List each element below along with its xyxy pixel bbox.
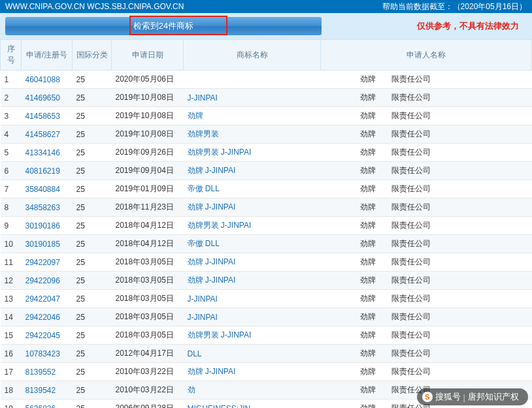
cell-index: 19 — [1, 400, 22, 409]
table-row[interactable]: 1529422045252018年03月05日劲牌男装 J-JINPAI劲牌限责… — [1, 326, 532, 345]
tmname-link: 劲 — [188, 385, 195, 394]
table-row[interactable]: 341458653252019年10月08日劲牌劲牌限责任公司 — [1, 107, 532, 125]
cell-tmname[interactable]: MIGHEINESS;JIN — [184, 400, 321, 409]
cell-appno[interactable]: 8139552 — [22, 363, 73, 381]
cell-appno[interactable]: 41458627 — [22, 125, 73, 144]
cell-tmname[interactable]: 帝傲 DLL — [184, 180, 321, 198]
table-row[interactable]: 1129422097252018年03月05日劲牌 J-JINPAI劲牌限责任公… — [1, 253, 532, 272]
tmname-link: 帝傲 DLL — [188, 184, 220, 193]
table-row[interactable]: 441458627252019年10月08日劲牌男装劲牌限责任公司 — [1, 125, 532, 144]
cell-class: 25 — [73, 308, 112, 326]
cell-class: 25 — [73, 89, 112, 107]
cell-index: 11 — [1, 253, 22, 272]
tmname-link: J-JINPAI — [188, 93, 218, 102]
cell-date: 2018年03月05日 — [112, 272, 184, 290]
cell-class: 25 — [73, 381, 112, 400]
cell-tmname[interactable]: 劲牌男装 — [184, 125, 321, 144]
table-row[interactable]: 541334146252019年09月26日劲牌男装 J-JINPAI劲牌限责任… — [1, 144, 532, 162]
col-header-tmname: 商标名称 — [184, 40, 321, 71]
cell-tmname[interactable]: 劲牌 J-JINPAI — [184, 272, 321, 290]
cell-appno[interactable]: 30190186 — [22, 217, 73, 235]
cell-tmname[interactable]: 劲牌男装 J-JINPAI — [184, 144, 321, 162]
cell-class: 25 — [73, 217, 112, 235]
cell-tmname[interactable]: 劲牌 J-JINPAI — [184, 198, 321, 217]
table-row[interactable]: 1030190185252018年04月12日帝傲 DLL劲牌限责任公司 — [1, 235, 532, 253]
table-row[interactable]: 834858263252018年11月23日劲牌 J-JINPAI劲牌限责任公司 — [1, 198, 532, 217]
cell-class: 25 — [73, 71, 112, 89]
help-link[interactable]: 帮助 — [382, 0, 398, 13]
cell-tmname[interactable]: DLL — [184, 345, 321, 363]
table-row[interactable]: 1429422046252018年03月05日J-JINPAI劲牌限责任公司 — [1, 308, 532, 326]
appno-link: 8139542 — [25, 386, 56, 395]
cell-date: 2012年04月17日 — [112, 345, 184, 363]
cell-tmname[interactable]: J-JINPAI — [184, 89, 321, 107]
tmname-link: 劲牌 J-JINPAI — [188, 367, 236, 376]
cell-applicant: 劲牌限责任公司 — [321, 253, 532, 272]
cell-date: 2019年01月09日 — [112, 180, 184, 198]
cell-index: 5 — [1, 144, 22, 162]
cell-tmname[interactable]: 劲牌 J-JINPAI — [184, 363, 321, 381]
cell-index: 10 — [1, 235, 22, 253]
cell-tmname[interactable]: 劲牌 J-JINPAI — [184, 162, 321, 180]
cell-appno[interactable]: 41458653 — [22, 107, 73, 125]
cell-appno[interactable]: 5636836 — [22, 400, 73, 409]
cell-appno[interactable]: 10783423 — [22, 345, 73, 363]
cell-applicant: 劲牌限责任公司 — [321, 107, 532, 125]
cell-appno[interactable]: 40816219 — [22, 162, 73, 180]
cell-appno[interactable]: 8139542 — [22, 381, 73, 400]
cell-appno[interactable]: 30190185 — [22, 235, 73, 253]
cell-index: 12 — [1, 272, 22, 290]
table-row[interactable]: 241469650252019年10月08日J-JINPAI劲牌限责任公司 — [1, 89, 532, 107]
table-row[interactable]: 640816219252019年09月04日劲牌 J-JINPAI劲牌限责任公司 — [1, 162, 532, 180]
cell-appno[interactable]: 29422046 — [22, 308, 73, 326]
cell-tmname[interactable]: J-JINPAI — [184, 290, 321, 308]
cell-date: 2006年09月28日 — [112, 400, 184, 409]
tmname-link: J-JINPAI — [188, 313, 218, 322]
cell-index: 16 — [1, 345, 22, 363]
cell-appno[interactable]: 41334146 — [22, 144, 73, 162]
cell-applicant: 劲牌限责任公司 — [321, 144, 532, 162]
cell-tmname[interactable] — [184, 71, 321, 89]
cell-tmname[interactable]: J-JINPAI — [184, 308, 321, 326]
cell-appno[interactable]: 29422047 — [22, 290, 73, 308]
cell-tmname[interactable]: 劲牌 J-JINPAI — [184, 253, 321, 272]
cell-appno[interactable]: 41469650 — [22, 89, 73, 107]
col-header-class: 国际分类 — [73, 40, 112, 71]
cell-appno[interactable]: 34858263 — [22, 198, 73, 217]
table-row[interactable]: 1610783423252012年04月17日DLL劲牌限责任公司 — [1, 345, 532, 363]
table-row[interactable]: 1329422047252018年03月05日J-JINPAI劲牌限责任公司 — [1, 290, 532, 308]
cell-applicant: 劲牌限责任公司 — [321, 345, 532, 363]
table-row[interactable]: 1229422096252018年03月05日劲牌 J-JINPAI劲牌限责任公… — [1, 272, 532, 290]
cell-applicant: 劲牌限责任公司 — [321, 217, 532, 235]
table-row[interactable]: 178139552252010年03月22日劲牌 J-JINPAI劲牌限责任公司 — [1, 363, 532, 381]
appno-link: 41458627 — [25, 130, 60, 139]
table-row[interactable]: 146041088252020年05月06日劲牌限责任公司 — [1, 71, 532, 89]
appno-link: 29422046 — [25, 313, 60, 322]
cell-tmname[interactable]: 劲牌男装 J-JINPAI — [184, 217, 321, 235]
cell-tmname[interactable]: 劲 — [184, 381, 321, 400]
cell-class: 25 — [73, 198, 112, 217]
tmname-link: MIGHEINESS;JIN — [188, 404, 251, 409]
cell-applicant: 劲牌限责任公司 — [321, 272, 532, 290]
cell-appno[interactable]: 29422097 — [22, 253, 73, 272]
cell-index: 7 — [1, 180, 22, 198]
cell-tmname[interactable]: 劲牌男装 J-JINPAI — [184, 326, 321, 345]
table-row[interactable]: 735840884252019年01月09日帝傲 DLL劲牌限责任公司 — [1, 180, 532, 198]
appno-link: 30190185 — [25, 240, 60, 249]
cell-tmname[interactable]: 帝傲 DLL — [184, 235, 321, 253]
cell-class: 25 — [73, 162, 112, 180]
tmname-link: 劲牌男装 J-JINPAI — [188, 148, 252, 157]
cell-tmname[interactable]: 劲牌 — [184, 107, 321, 125]
tmname-link: 劲牌 — [188, 111, 203, 120]
cell-appno[interactable]: 29422096 — [22, 272, 73, 290]
cell-appno[interactable]: 35840884 — [22, 180, 73, 198]
appno-link: 10783423 — [25, 349, 60, 358]
cell-index: 17 — [1, 363, 22, 381]
cell-appno[interactable]: 29422045 — [22, 326, 73, 345]
appno-link: 29422097 — [25, 258, 60, 267]
cell-appno[interactable]: 46041088 — [22, 71, 73, 89]
cell-date: 2019年10月08日 — [112, 125, 184, 144]
cell-date: 2010年03月22日 — [112, 363, 184, 381]
cell-date: 2018年11月23日 — [112, 198, 184, 217]
table-row[interactable]: 930190186252018年04月12日劲牌男装 J-JINPAI劲牌限责任… — [1, 217, 532, 235]
